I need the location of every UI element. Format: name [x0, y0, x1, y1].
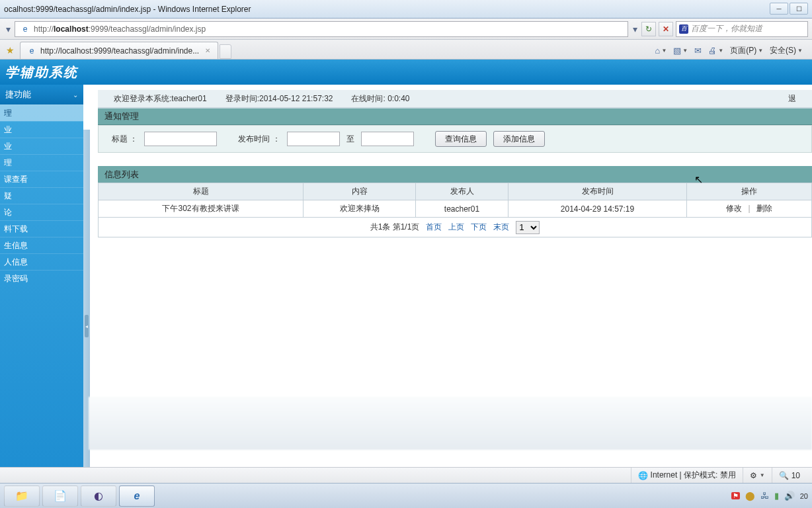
app-banner: 学辅助系统 [0, 60, 812, 85]
logout-link[interactable]: 退 [788, 93, 796, 105]
chevron-down-icon: ▼ [760, 472, 765, 478]
tab-close-icon[interactable]: ✕ [203, 46, 212, 56]
back-dropdown-icon[interactable]: ▾ [4, 21, 12, 37]
url-rest: :9999/teachassgl/admin/index.jsp [89, 24, 206, 34]
notice-panel-title: 通知管理 [104, 110, 139, 122]
shield-icon: ⚙ [750, 471, 757, 480]
tray-clock[interactable]: 20 [800, 492, 808, 500]
sidebar-item[interactable]: 疑 [0, 187, 83, 204]
url-input[interactable]: e http://localhost:9999/teachassgl/admin… [15, 21, 628, 37]
taskbar: 📁 📄 ◐ e ⚑ ⬤ 🖧 ▮ 🔊 20 [0, 483, 812, 508]
tray-shield-icon[interactable]: ⬤ [745, 491, 755, 501]
feeds-button[interactable]: ▧▼ [673, 46, 688, 56]
zoom-control[interactable]: 🔍 10 [772, 468, 807, 483]
safety-menu[interactable]: 安全(S) ▼ [770, 45, 803, 56]
add-button[interactable]: 添加信息 [493, 131, 545, 147]
window-titlebar: ocalhost:9999/teachassgl/admin/index.jsp… [0, 0, 812, 19]
pager-prev[interactable]: 上页 [448, 222, 464, 233]
eclipse-icon: ◐ [94, 489, 103, 502]
tab-label: http://localhost:9999/teachassgl/admin/i… [40, 46, 199, 56]
pager-first[interactable]: 首页 [426, 222, 442, 233]
sidebar-item[interactable]: 业 [0, 121, 83, 138]
tray-volume-icon[interactable]: 🔊 [784, 491, 795, 501]
zoom-icon: 🔍 [779, 471, 789, 480]
col-publisher: 发布人 [416, 183, 508, 200]
search-provider-input[interactable]: 百 百度一下，你就知道 [676, 21, 808, 37]
cell-title: 下午302有教授来讲课 [99, 200, 304, 218]
status-bar: 🌐 Internet | 保护模式: 禁用 ⚙▼ 🔍 10 [0, 467, 812, 483]
title-input[interactable] [144, 132, 217, 146]
sidebar-item[interactable]: 课查看 [0, 171, 83, 187]
search-panel: 标题 ： 发布时间 ： 至 查询信息 添加信息 [98, 125, 812, 153]
zoom-value: 10 [792, 471, 800, 480]
tray-network-icon[interactable]: 🖧 [760, 491, 769, 501]
taskbar-ie[interactable]: e [119, 486, 155, 507]
home-icon: ⌂ [655, 46, 661, 56]
col-title: 标题 [99, 183, 304, 200]
taskbar-eclipse[interactable]: ◐ [81, 486, 116, 507]
tray-flag-icon[interactable]: ⚑ [731, 492, 740, 499]
sidebar: 捷功能 ⌄ 理 业 业 理 课查看 疑 论 料下载 生信息 人信息 录密码 [0, 85, 83, 508]
sidebar-item[interactable]: 人信息 [0, 253, 83, 270]
splitter-grip-icon: ◂ [85, 315, 89, 337]
address-bar: ▾ e http://localhost:9999/teachassgl/adm… [0, 19, 812, 40]
table-row: 下午302有教授来讲课 欢迎来捧场 teacher01 2014-04-29 1… [99, 200, 812, 218]
content-fade [89, 397, 812, 450]
list-panel-title: 信息列表 [104, 169, 139, 181]
refresh-button[interactable]: ↻ [641, 22, 656, 36]
mail-button[interactable]: ✉ [694, 46, 702, 56]
sidebar-item[interactable]: 录密码 [0, 270, 83, 286]
welcome-greeting: 欢迎登录本系统:teacher01 [114, 93, 207, 105]
browser-tab[interactable]: e http://localhost:9999/teachassgl/admin… [20, 42, 218, 59]
query-button[interactable]: 查询信息 [435, 131, 487, 147]
pager: 共1条 第1/1页 首页 上页 下页 末页 1 [99, 221, 811, 234]
tray-power-icon[interactable]: ▮ [774, 491, 779, 501]
sidebar-item[interactable]: 理 [0, 105, 83, 121]
col-action: 操作 [687, 183, 812, 200]
label-title: 标题 ： [112, 134, 138, 145]
sidebar-item[interactable]: 生信息 [0, 237, 83, 253]
pager-last[interactable]: 末页 [493, 222, 509, 233]
taskbar-word[interactable]: 📄 [42, 486, 78, 507]
sidebar-item[interactable]: 理 [0, 154, 83, 171]
favorites-icon[interactable]: ★ [4, 44, 16, 56]
page-menu[interactable]: 页面(P) ▼ [730, 45, 763, 56]
zone-label: Internet | 保护模式: 禁用 [651, 470, 736, 481]
maximize-button[interactable]: ☐ [790, 3, 808, 15]
pager-next[interactable]: 下页 [471, 222, 487, 233]
cell-actions: 修改 | 删除 [687, 200, 812, 218]
print-button[interactable]: 🖨▼ [708, 46, 723, 56]
tab-strip: ★ e http://localhost:9999/teachassgl/adm… [0, 40, 812, 60]
cell-time: 2014-04-29 14:57:19 [508, 200, 687, 218]
ie-page-icon: e [19, 23, 31, 35]
pager-summary: 共1条 第1/1页 [370, 222, 420, 233]
pager-select[interactable]: 1 [516, 221, 540, 234]
notice-panel-header: 通知管理 [98, 108, 812, 125]
system-tray: ⚑ ⬤ 🖧 ▮ 🔊 20 [731, 491, 808, 501]
sidebar-collapse-icon: ⌄ [73, 91, 78, 99]
splitter-handle[interactable]: ◂ [83, 130, 90, 508]
cell-publisher: teacher01 [416, 200, 508, 218]
col-time: 发布时间 [508, 183, 687, 200]
label-to: 至 [346, 134, 354, 145]
date-to-input[interactable] [361, 132, 414, 146]
mail-icon: ✉ [694, 46, 702, 56]
delete-link[interactable]: 删除 [756, 204, 772, 213]
home-button[interactable]: ⌂▼ [655, 46, 667, 56]
new-tab-button[interactable] [220, 44, 231, 59]
search-placeholder: 百度一下，你就知道 [691, 23, 762, 34]
sidebar-item[interactable]: 论 [0, 204, 83, 220]
security-zone[interactable]: 🌐 Internet | 保护模式: 禁用 [631, 468, 743, 483]
edit-link[interactable]: 修改 [726, 204, 742, 213]
sidebar-item[interactable]: 业 [0, 138, 83, 154]
status-mixed[interactable]: ⚙▼ [743, 468, 772, 483]
url-dropdown-icon[interactable]: ▾ [631, 21, 639, 37]
sidebar-item[interactable]: 料下载 [0, 220, 83, 237]
date-from-input[interactable] [287, 132, 340, 146]
stop-button[interactable]: ✕ [659, 22, 673, 36]
document-icon: 📄 [54, 489, 67, 502]
sidebar-header[interactable]: 捷功能 ⌄ [0, 85, 83, 105]
list-panel-header: 信息列表 [98, 166, 812, 183]
taskbar-explorer[interactable]: 📁 [4, 486, 40, 507]
minimize-button[interactable]: ─ [770, 3, 788, 15]
